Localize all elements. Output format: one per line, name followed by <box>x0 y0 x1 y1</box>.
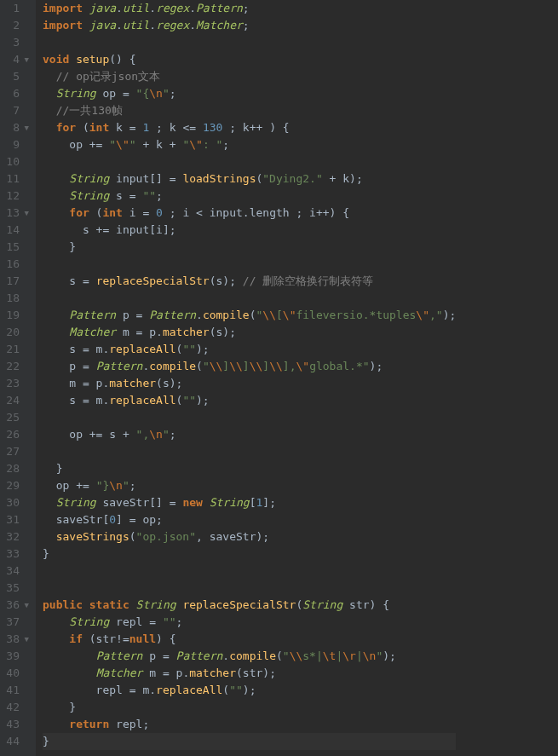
code-line[interactable]: m = p.matcher(s); <box>43 375 456 392</box>
fold-icon[interactable]: ▼ <box>22 631 29 648</box>
code-line[interactable]: void setup() { <box>43 51 456 68</box>
code-line[interactable]: //一共130帧 <box>43 102 456 119</box>
line-number: 9 <box>3 136 29 153</box>
code-line[interactable]: for (int i = 0 ; i < input.length ; i++)… <box>43 205 456 222</box>
code-line[interactable]: import java.util.regex.Matcher; <box>43 17 456 34</box>
code-line[interactable]: String op = "{\n"; <box>43 85 456 102</box>
line-number: 34 <box>3 563 29 580</box>
line-number: 19 <box>3 307 29 324</box>
line-number: 23 <box>3 375 29 392</box>
code-line[interactable]: public static String replaceSpecialStr(S… <box>43 597 456 614</box>
code-line[interactable]: String s = ""; <box>43 188 456 205</box>
line-number: 4▼ <box>3 51 29 68</box>
code-line[interactable]: import java.util.regex.Pattern; <box>43 0 456 17</box>
code-line[interactable]: } <box>43 460 456 477</box>
line-number: 25 <box>3 409 29 426</box>
line-number: 42 <box>3 699 29 716</box>
code-line[interactable]: for (int k = 1 ; k <= 130 ; k++ ) { <box>43 119 456 136</box>
line-number: 20 <box>3 324 29 341</box>
line-number: 1 <box>3 0 29 17</box>
line-number: 36▼ <box>3 597 29 614</box>
line-number: 10 <box>3 153 29 170</box>
line-number: 14 <box>3 222 29 239</box>
code-line[interactable] <box>43 443 456 460</box>
line-number: 11 <box>3 170 29 188</box>
line-number-gutter: 1234▼5678▼910111213▼14151617181920212223… <box>0 0 36 756</box>
line-number: 41 <box>3 682 29 699</box>
code-line[interactable]: repl = m.replaceAll(""); <box>43 682 456 699</box>
line-number: 18 <box>3 290 29 307</box>
code-line[interactable]: p = Pattern.compile("\\]\\]\\]\\],\"glob… <box>43 358 456 375</box>
code-line[interactable] <box>43 409 456 426</box>
line-number: 12 <box>3 188 29 205</box>
line-number: 37 <box>3 614 29 631</box>
line-number: 16 <box>3 256 29 273</box>
code-line[interactable]: Matcher m = p.matcher(str); <box>43 665 456 682</box>
line-number: 3 <box>3 34 29 51</box>
line-number: 7 <box>3 102 29 119</box>
fold-icon[interactable]: ▼ <box>22 51 29 68</box>
code-line[interactable] <box>43 290 456 307</box>
line-number: 13▼ <box>3 205 29 222</box>
code-line[interactable]: String repl = ""; <box>43 614 456 631</box>
line-number: 21 <box>3 341 29 358</box>
code-line[interactable] <box>43 153 456 170</box>
code-line[interactable]: } <box>43 239 456 256</box>
code-line[interactable]: s = m.replaceAll(""); <box>43 392 456 409</box>
line-number: 32 <box>3 528 29 545</box>
code-line[interactable]: return repl; <box>43 716 456 733</box>
code-line[interactable]: String saveStr[] = new String[1]; <box>43 494 456 511</box>
code-line[interactable]: Pattern p = Pattern.compile("\\[\"fileve… <box>43 307 456 324</box>
line-number: 30 <box>3 494 29 511</box>
code-line[interactable]: Matcher m = p.matcher(s); <box>43 324 456 341</box>
line-number: 38▼ <box>3 631 29 648</box>
line-number: 2 <box>3 17 29 34</box>
code-line[interactable]: } <box>43 699 456 716</box>
code-line[interactable]: op += "\"" + k + "\": "; <box>43 136 456 153</box>
code-line[interactable]: saveStrings("op.json", saveStr); <box>43 528 456 545</box>
line-number: 31 <box>3 511 29 528</box>
line-number: 24 <box>3 392 29 409</box>
code-editor[interactable]: 1234▼5678▼910111213▼14151617181920212223… <box>0 0 558 756</box>
code-line[interactable] <box>43 256 456 273</box>
line-number: 15 <box>3 239 29 256</box>
fold-icon[interactable]: ▼ <box>22 597 29 614</box>
code-line[interactable]: if (str!=null) { <box>43 631 456 648</box>
line-number: 35 <box>3 580 29 597</box>
code-line[interactable]: op += s + ",\n"; <box>43 426 456 443</box>
code-line[interactable]: } <box>43 545 456 563</box>
line-number: 39 <box>3 648 29 665</box>
line-number: 17 <box>3 273 29 290</box>
line-number: 8▼ <box>3 119 29 136</box>
line-number: 40 <box>3 665 29 682</box>
line-number: 43 <box>3 716 29 733</box>
code-line[interactable]: } <box>43 733 456 750</box>
code-line[interactable] <box>43 580 456 597</box>
line-number: 26 <box>3 426 29 443</box>
code-line[interactable]: saveStr[0] = op; <box>43 511 456 528</box>
line-number: 29 <box>3 477 29 494</box>
line-number: 28 <box>3 460 29 477</box>
line-number: 27 <box>3 443 29 460</box>
code-line[interactable] <box>43 34 456 51</box>
fold-icon[interactable]: ▼ <box>22 119 29 136</box>
code-area[interactable]: import java.util.regex.Pattern;import ja… <box>36 0 456 756</box>
code-line[interactable]: op += "}\n"; <box>43 477 456 494</box>
line-number: 44 <box>3 733 29 750</box>
code-line[interactable]: s = replaceSpecialStr(s); // 删除空格换行制表符等 <box>43 273 456 290</box>
code-line[interactable]: Pattern p = Pattern.compile("\\s*|\t|\r|… <box>43 648 456 665</box>
line-number: 5 <box>3 68 29 85</box>
fold-icon[interactable]: ▼ <box>22 205 29 222</box>
code-line[interactable]: s = m.replaceAll(""); <box>43 341 456 358</box>
line-number: 22 <box>3 358 29 375</box>
code-line[interactable]: String input[] = loadStrings("Dying2." +… <box>43 170 456 188</box>
code-line[interactable] <box>43 563 456 580</box>
line-number: 33 <box>3 545 29 563</box>
line-number: 6 <box>3 85 29 102</box>
code-line[interactable]: // op记录json文本 <box>43 68 456 85</box>
code-line[interactable]: s += input[i]; <box>43 222 456 239</box>
